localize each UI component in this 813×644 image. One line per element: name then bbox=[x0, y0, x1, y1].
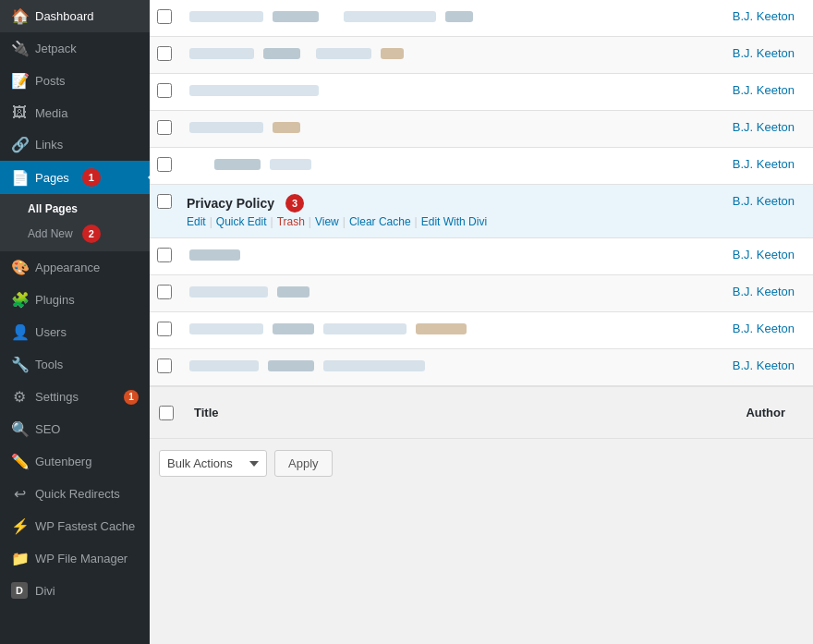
sidebar-sub-add-new[interactable]: Add New 2 bbox=[0, 220, 150, 248]
row-checkbox[interactable] bbox=[157, 194, 172, 209]
blur-bar bbox=[189, 11, 263, 22]
blur-bar bbox=[273, 11, 319, 22]
appearance-icon: 🎨 bbox=[11, 259, 28, 276]
table-row: B.J. Keeton bbox=[150, 0, 813, 37]
sidebar-item-settings[interactable]: ⚙ Settings 1 bbox=[0, 381, 150, 413]
pages-submenu: All Pages Add New 2 bbox=[0, 194, 150, 251]
main-content: B.J. Keeton B.J. Keeton bbox=[150, 0, 813, 644]
author-cell: B.J. Keeton bbox=[702, 185, 813, 238]
sidebar-item-jetpack[interactable]: 🔌 Jetpack bbox=[0, 32, 150, 65]
footer-checkbox[interactable] bbox=[159, 406, 174, 420]
sidebar-sub-all-pages[interactable]: All Pages bbox=[0, 198, 150, 220]
row-checkbox[interactable] bbox=[157, 285, 172, 299]
sidebar-item-dashboard[interactable]: 🏠 Dashboard bbox=[0, 0, 150, 32]
blur-bar bbox=[270, 159, 311, 170]
sidebar-item-media[interactable]: 🖼 Media bbox=[0, 97, 150, 128]
blur-bar bbox=[189, 122, 263, 133]
blur-bar bbox=[445, 11, 473, 22]
settings-icon: ⚙ bbox=[11, 388, 28, 406]
row-checkbox[interactable] bbox=[157, 120, 172, 135]
row-checkbox[interactable] bbox=[157, 46, 172, 61]
row-checkbox[interactable] bbox=[157, 9, 172, 24]
sidebar-item-pages[interactable]: 📄 Pages 1 bbox=[0, 161, 150, 194]
sidebar-item-links[interactable]: 🔗 Links bbox=[0, 128, 150, 161]
page-title-placeholder bbox=[187, 83, 695, 98]
blur-bar bbox=[277, 286, 309, 298]
wp-file-manager-icon: 📁 bbox=[11, 550, 28, 567]
privacy-policy-annotation-bubble: 3 bbox=[285, 194, 304, 213]
settings-badge: 1 bbox=[124, 390, 139, 405]
tools-icon: 🔧 bbox=[11, 356, 28, 373]
trash-link[interactable]: Trash bbox=[277, 215, 305, 228]
pages-icon: 📄 bbox=[11, 169, 28, 187]
sidebar-item-gutenberg[interactable]: ✏️ Gutenberg bbox=[0, 445, 150, 478]
page-title-placeholder bbox=[187, 248, 695, 262]
page-title-placeholder bbox=[187, 358, 695, 373]
blur-bar bbox=[263, 48, 300, 59]
clear-cache-link[interactable]: Clear Cache bbox=[349, 215, 411, 228]
row-actions: Edit | Quick Edit | Trash | View | Clear… bbox=[187, 215, 695, 228]
view-link[interactable]: View bbox=[315, 215, 339, 228]
row-checkbox[interactable] bbox=[157, 248, 172, 262]
sidebar-item-users[interactable]: 👤 Users bbox=[0, 316, 150, 348]
bulk-actions-select[interactable]: Bulk Actions Move to Trash bbox=[159, 450, 267, 477]
author-cell: B.J. Keeton bbox=[702, 74, 813, 111]
footer-title-header: Title bbox=[187, 398, 693, 427]
sidebar-item-appearance[interactable]: 🎨 Appearance bbox=[0, 251, 150, 284]
blur-bar bbox=[416, 323, 467, 334]
sidebar-item-posts[interactable]: 📝 Posts bbox=[0, 65, 150, 97]
pages-table-wrap: B.J. Keeton B.J. Keeton bbox=[150, 0, 813, 488]
row-checkbox[interactable] bbox=[157, 157, 172, 172]
table-row-privacy-policy: Privacy Policy 3 Edit | Quick Edit | Tra… bbox=[150, 185, 813, 238]
pages-annotation-bubble: 1 bbox=[82, 168, 101, 187]
apply-button[interactable]: Apply bbox=[274, 450, 333, 477]
quick-edit-link[interactable]: Quick Edit bbox=[216, 215, 267, 228]
gutenberg-icon: ✏️ bbox=[11, 453, 28, 470]
table-row: B.J. Keeton bbox=[150, 111, 813, 148]
author-cell: B.J. Keeton bbox=[702, 312, 813, 349]
footer-checkbox-cell bbox=[159, 406, 187, 420]
table-row: B.J. Keeton bbox=[150, 349, 813, 386]
table-row: B.J. Keeton bbox=[150, 312, 813, 349]
blur-bar bbox=[214, 159, 261, 170]
media-icon: 🖼 bbox=[11, 104, 28, 121]
row-checkbox[interactable] bbox=[157, 83, 172, 98]
table-row: B.J. Keeton bbox=[150, 148, 813, 185]
privacy-policy-title-row: Privacy Policy 3 bbox=[187, 194, 695, 213]
row-checkbox[interactable] bbox=[157, 322, 172, 336]
edit-with-divi-link[interactable]: Edit With Divi bbox=[421, 215, 487, 228]
posts-icon: 📝 bbox=[11, 72, 28, 90]
sidebar-item-divi[interactable]: D Divi bbox=[0, 575, 150, 606]
quick-redirects-icon: ↩ bbox=[11, 485, 28, 503]
divi-icon: D bbox=[11, 582, 28, 599]
table-row: B.J. Keeton bbox=[150, 74, 813, 111]
jetpack-icon: 🔌 bbox=[11, 40, 28, 57]
footer-author-header: Author bbox=[693, 398, 804, 427]
dashboard-icon: 🏠 bbox=[11, 7, 28, 25]
page-title-placeholder bbox=[187, 9, 695, 24]
author-cell: B.J. Keeton bbox=[702, 349, 813, 386]
sidebar-item-tools[interactable]: 🔧 Tools bbox=[0, 348, 150, 381]
edit-link[interactable]: Edit bbox=[187, 215, 206, 228]
author-cell: B.J. Keeton bbox=[702, 238, 813, 275]
sidebar-item-plugins[interactable]: 🧩 Plugins bbox=[0, 284, 150, 316]
add-new-annotation-bubble: 2 bbox=[82, 225, 101, 243]
sidebar-item-seo[interactable]: 🔍 SEO bbox=[0, 413, 150, 445]
blur-bar bbox=[323, 323, 406, 334]
author-cell: B.J. Keeton bbox=[702, 148, 813, 185]
table-row: B.J. Keeton bbox=[150, 275, 813, 312]
privacy-policy-title-link[interactable]: Privacy Policy bbox=[187, 196, 274, 211]
blur-bar bbox=[316, 48, 371, 59]
page-title-placeholder bbox=[187, 120, 695, 135]
sidebar-item-wp-file-manager[interactable]: 📁 WP File Manager bbox=[0, 542, 150, 575]
sidebar-item-quick-redirects[interactable]: ↩ Quick Redirects bbox=[0, 478, 150, 510]
page-title-placeholder bbox=[187, 322, 695, 336]
users-icon: 👤 bbox=[11, 323, 28, 341]
row-checkbox[interactable] bbox=[157, 358, 172, 373]
blur-bar bbox=[189, 85, 319, 96]
page-title-placeholder bbox=[187, 157, 695, 172]
sidebar-item-wp-fastest-cache[interactable]: ⚡ WP Fastest Cache bbox=[0, 510, 150, 542]
pages-table: B.J. Keeton B.J. Keeton bbox=[150, 0, 813, 386]
sidebar: 🏠 Dashboard 🔌 Jetpack 📝 Posts 🖼 Media 🔗 … bbox=[0, 0, 150, 644]
page-title-placeholder bbox=[187, 285, 695, 299]
